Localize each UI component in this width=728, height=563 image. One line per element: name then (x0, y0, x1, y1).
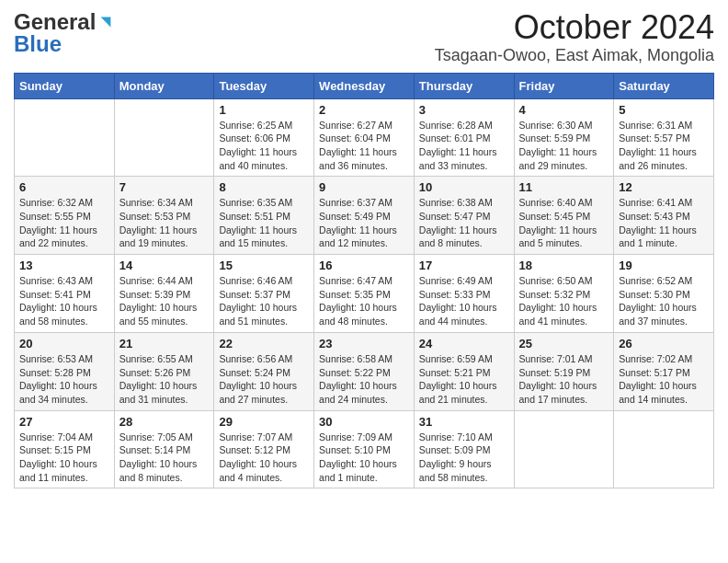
calendar-cell: 20Sunrise: 6:53 AMSunset: 5:28 PMDayligh… (15, 332, 115, 410)
day-info: Sunrise: 6:27 AMSunset: 6:04 PMDaylight:… (319, 119, 409, 173)
day-info: Sunrise: 6:40 AMSunset: 5:45 PMDaylight:… (519, 196, 609, 250)
day-info: Sunrise: 6:25 AMSunset: 6:06 PMDaylight:… (219, 119, 309, 173)
calendar-cell: 11Sunrise: 6:40 AMSunset: 5:45 PMDayligh… (514, 177, 614, 255)
day-info: Sunrise: 6:37 AMSunset: 5:49 PMDaylight:… (319, 196, 409, 250)
calendar-cell: 25Sunrise: 7:01 AMSunset: 5:19 PMDayligh… (514, 332, 614, 410)
day-number: 22 (219, 337, 309, 350)
day-info: Sunrise: 7:04 AMSunset: 5:15 PMDaylight:… (19, 431, 109, 485)
calendar-cell: 16Sunrise: 6:47 AMSunset: 5:35 PMDayligh… (314, 255, 415, 333)
day-info: Sunrise: 6:59 AMSunset: 5:21 PMDaylight:… (419, 352, 509, 407)
location-subtitle: Tsagaan-Owoo, East Aimak, Mongolia (435, 46, 714, 65)
day-info: Sunrise: 7:02 AMSunset: 5:17 PMDaylight:… (619, 352, 709, 407)
calendar-cell: 12Sunrise: 6:41 AMSunset: 5:43 PMDayligh… (614, 177, 714, 255)
calendar-cell: 17Sunrise: 6:49 AMSunset: 5:33 PMDayligh… (414, 255, 514, 333)
calendar-cell: 29Sunrise: 7:07 AMSunset: 5:12 PMDayligh… (214, 410, 314, 488)
calendar-cell: 13Sunrise: 6:43 AMSunset: 5:41 PMDayligh… (15, 255, 115, 333)
calendar-cell: 23Sunrise: 6:58 AMSunset: 5:22 PMDayligh… (314, 332, 415, 410)
day-number: 5 (619, 103, 709, 117)
day-info: Sunrise: 6:38 AMSunset: 5:47 PMDaylight:… (419, 196, 509, 250)
calendar-cell: 19Sunrise: 6:52 AMSunset: 5:30 PMDayligh… (614, 255, 714, 333)
day-info: Sunrise: 6:52 AMSunset: 5:30 PMDaylight:… (619, 274, 709, 328)
day-number: 24 (419, 337, 509, 350)
day-number: 15 (219, 259, 309, 272)
day-number: 12 (619, 180, 709, 194)
day-number: 26 (619, 337, 709, 350)
calendar-cell (15, 98, 115, 177)
day-info: Sunrise: 7:01 AMSunset: 5:19 PMDaylight:… (519, 352, 609, 407)
day-info: Sunrise: 6:35 AMSunset: 5:51 PMDaylight:… (219, 196, 309, 250)
day-number: 2 (319, 103, 409, 117)
day-info: Sunrise: 6:46 AMSunset: 5:37 PMDaylight:… (219, 274, 309, 328)
calendar-cell (514, 410, 614, 488)
day-info: Sunrise: 6:41 AMSunset: 5:43 PMDaylight:… (619, 196, 709, 250)
calendar-cell: 9Sunrise: 6:37 AMSunset: 5:49 PMDaylight… (314, 177, 415, 255)
day-number: 21 (119, 337, 210, 350)
day-number: 25 (519, 337, 609, 350)
day-number: 1 (219, 103, 309, 117)
day-info: Sunrise: 6:28 AMSunset: 6:01 PMDaylight:… (419, 119, 509, 173)
day-info: Sunrise: 6:34 AMSunset: 5:53 PMDaylight:… (119, 196, 210, 250)
logo-arrow-icon (97, 14, 114, 30)
logo: General Blue (14, 9, 114, 57)
column-header-saturday: Saturday (614, 73, 714, 98)
calendar-cell: 6Sunrise: 6:32 AMSunset: 5:55 PMDaylight… (15, 177, 115, 255)
day-info: Sunrise: 6:58 AMSunset: 5:22 PMDaylight:… (319, 352, 409, 407)
day-number: 20 (19, 337, 109, 350)
calendar-cell: 31Sunrise: 7:10 AMSunset: 5:09 PMDayligh… (414, 410, 514, 488)
day-number: 16 (319, 259, 409, 272)
day-info: Sunrise: 6:47 AMSunset: 5:35 PMDaylight:… (319, 274, 409, 328)
svg-marker-0 (101, 17, 111, 28)
logo-blue: Blue (14, 31, 62, 57)
calendar-cell: 7Sunrise: 6:34 AMSunset: 5:53 PMDaylight… (114, 177, 214, 255)
day-info: Sunrise: 6:43 AMSunset: 5:41 PMDaylight:… (19, 274, 109, 328)
calendar-cell: 15Sunrise: 6:46 AMSunset: 5:37 PMDayligh… (214, 255, 314, 333)
calendar-cell: 21Sunrise: 6:55 AMSunset: 5:26 PMDayligh… (114, 332, 214, 410)
day-info: Sunrise: 7:10 AMSunset: 5:09 PMDaylight:… (419, 431, 509, 485)
calendar-week-row: 20Sunrise: 6:53 AMSunset: 5:28 PMDayligh… (15, 332, 714, 410)
calendar-cell: 10Sunrise: 6:38 AMSunset: 5:47 PMDayligh… (414, 177, 514, 255)
month-title: October 2024 (435, 9, 714, 46)
day-number: 29 (219, 415, 309, 429)
day-info: Sunrise: 6:31 AMSunset: 5:57 PMDaylight:… (619, 119, 709, 173)
day-number: 23 (319, 337, 409, 350)
column-header-sunday: Sunday (15, 73, 115, 98)
day-number: 13 (19, 259, 109, 272)
calendar-cell: 26Sunrise: 7:02 AMSunset: 5:17 PMDayligh… (614, 332, 714, 410)
day-number: 31 (419, 415, 509, 429)
calendar-header-row: SundayMondayTuesdayWednesdayThursdayFrid… (15, 73, 714, 98)
calendar-cell: 8Sunrise: 6:35 AMSunset: 5:51 PMDaylight… (214, 177, 314, 255)
calendar-week-row: 1Sunrise: 6:25 AMSunset: 6:06 PMDaylight… (15, 98, 714, 177)
calendar-cell (614, 410, 714, 488)
day-number: 18 (519, 259, 609, 272)
calendar-week-row: 13Sunrise: 6:43 AMSunset: 5:41 PMDayligh… (15, 255, 714, 333)
day-number: 19 (619, 259, 709, 272)
column-header-wednesday: Wednesday (314, 73, 415, 98)
day-info: Sunrise: 7:09 AMSunset: 5:10 PMDaylight:… (319, 431, 409, 485)
day-info: Sunrise: 6:49 AMSunset: 5:33 PMDaylight:… (419, 274, 509, 328)
column-header-thursday: Thursday (414, 73, 514, 98)
column-header-tuesday: Tuesday (214, 73, 314, 98)
title-section: October 2024 Tsagaan-Owoo, East Aimak, M… (435, 9, 714, 65)
calendar-cell: 2Sunrise: 6:27 AMSunset: 6:04 PMDaylight… (314, 98, 415, 177)
day-number: 30 (319, 415, 409, 429)
calendar-cell: 30Sunrise: 7:09 AMSunset: 5:10 PMDayligh… (314, 410, 415, 488)
day-number: 3 (419, 103, 509, 117)
calendar-cell: 28Sunrise: 7:05 AMSunset: 5:14 PMDayligh… (114, 410, 214, 488)
calendar-cell: 24Sunrise: 6:59 AMSunset: 5:21 PMDayligh… (414, 332, 514, 410)
calendar-cell: 3Sunrise: 6:28 AMSunset: 6:01 PMDaylight… (414, 98, 514, 177)
column-header-friday: Friday (514, 73, 614, 98)
day-number: 9 (319, 180, 409, 194)
calendar-week-row: 6Sunrise: 6:32 AMSunset: 5:55 PMDaylight… (15, 177, 714, 255)
day-info: Sunrise: 6:55 AMSunset: 5:26 PMDaylight:… (119, 352, 210, 407)
day-info: Sunrise: 7:07 AMSunset: 5:12 PMDaylight:… (219, 431, 309, 485)
day-number: 4 (519, 103, 609, 117)
calendar-table: SundayMondayTuesdayWednesdayThursdayFrid… (14, 73, 714, 489)
day-number: 27 (19, 415, 109, 429)
calendar-cell: 27Sunrise: 7:04 AMSunset: 5:15 PMDayligh… (15, 410, 115, 488)
day-info: Sunrise: 6:50 AMSunset: 5:32 PMDaylight:… (519, 274, 609, 328)
calendar-cell (114, 98, 214, 177)
day-number: 11 (519, 180, 609, 194)
day-info: Sunrise: 6:53 AMSunset: 5:28 PMDaylight:… (19, 352, 109, 407)
day-number: 8 (219, 180, 309, 194)
day-number: 17 (419, 259, 509, 272)
